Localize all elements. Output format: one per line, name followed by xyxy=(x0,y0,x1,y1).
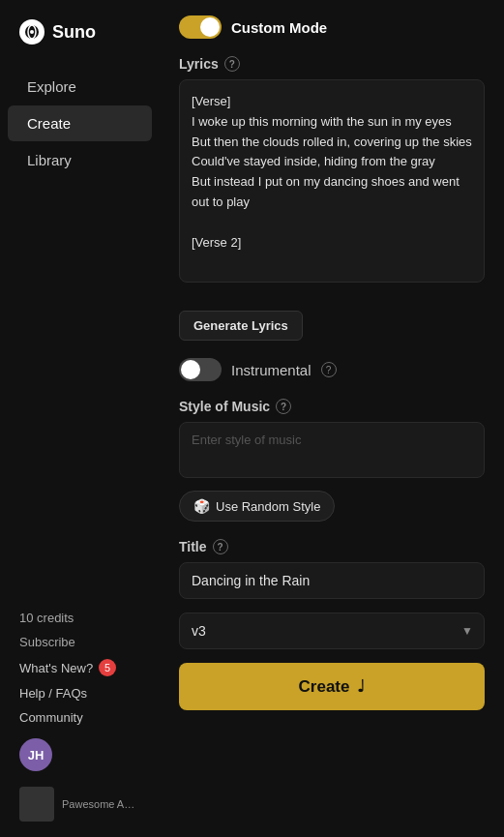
bottom-song-row: Pawesome Adventures xyxy=(19,787,140,822)
community-link[interactable]: Community xyxy=(19,710,140,725)
create-label: Create xyxy=(299,677,350,697)
style-help-icon[interactable]: ? xyxy=(276,399,291,414)
help-link[interactable]: Help / FAQs xyxy=(19,686,140,701)
subscribe-link[interactable]: Subscribe xyxy=(19,635,140,649)
instrumental-row: Instrumental ? xyxy=(179,358,485,381)
style-label-text: Style of Music xyxy=(179,399,270,414)
lyrics-section-label: Lyrics ? xyxy=(179,56,485,72)
credits-text: 10 credits xyxy=(19,611,140,625)
version-select[interactable]: v3 v3.5 v2 v1 xyxy=(179,613,485,649)
sidebar-nav: Explore Create Library xyxy=(0,68,160,179)
instrumental-toggle[interactable] xyxy=(179,358,222,381)
instrumental-label: Instrumental xyxy=(231,362,311,378)
instrumental-knob xyxy=(181,360,200,379)
whats-new-row[interactable]: What's New? 5 xyxy=(19,659,140,676)
bottom-song-title: Pawesome Adventures xyxy=(62,798,140,810)
style-section-label: Style of Music ? xyxy=(179,399,485,414)
lyrics-label-text: Lyrics xyxy=(179,56,219,72)
logo-text: Suno xyxy=(52,22,96,43)
generate-lyrics-button[interactable]: Generate Lyrics xyxy=(179,311,303,341)
sidebar: Suno Explore Create Library 10 credits S… xyxy=(0,0,160,837)
random-style-label: Use Random Style xyxy=(216,499,320,514)
instrumental-section: Instrumental ? xyxy=(179,358,485,381)
logo: Suno xyxy=(0,19,160,68)
custom-mode-row: Custom Mode xyxy=(179,15,485,39)
avatar[interactable]: JH xyxy=(19,738,52,771)
bottom-song-thumb xyxy=(19,787,54,822)
lyrics-container: [Verse] I woke up this morning with the … xyxy=(179,79,485,285)
lyrics-textarea[interactable]: [Verse] I woke up this morning with the … xyxy=(179,79,485,283)
custom-mode-label: Custom Mode xyxy=(231,19,327,36)
custom-mode-toggle[interactable] xyxy=(179,15,222,39)
instrumental-help-icon[interactable]: ? xyxy=(321,362,337,377)
sidebar-item-explore[interactable]: Explore xyxy=(8,69,152,105)
create-button[interactable]: Create ♩ xyxy=(179,663,485,710)
music-note-icon: ♩ xyxy=(357,676,365,697)
style-input[interactable] xyxy=(179,422,485,478)
version-select-wrapper: v3 v3.5 v2 v1 ▼ xyxy=(179,613,485,649)
random-style-button[interactable]: 🎲 Use Random Style xyxy=(179,491,335,522)
sidebar-item-create[interactable]: Create xyxy=(8,105,152,141)
title-label-text: Title xyxy=(179,539,207,554)
whats-new-badge: 5 xyxy=(99,659,116,676)
main-content: Custom Mode Lyrics ? [Verse] I woke up t… xyxy=(160,0,504,837)
logo-icon xyxy=(19,19,44,45)
lyrics-help-icon[interactable]: ? xyxy=(224,56,240,72)
title-input[interactable] xyxy=(179,562,485,599)
sidebar-item-library[interactable]: Library xyxy=(8,142,152,178)
toggle-knob xyxy=(200,17,220,37)
dice-icon: 🎲 xyxy=(193,498,210,514)
title-section-label: Title ? xyxy=(179,539,485,554)
whats-new-label: What's New? xyxy=(19,661,93,675)
sidebar-bottom: 10 credits Subscribe What's New? 5 Help … xyxy=(0,611,160,822)
svg-point-2 xyxy=(30,30,34,34)
title-help-icon[interactable]: ? xyxy=(213,539,228,554)
